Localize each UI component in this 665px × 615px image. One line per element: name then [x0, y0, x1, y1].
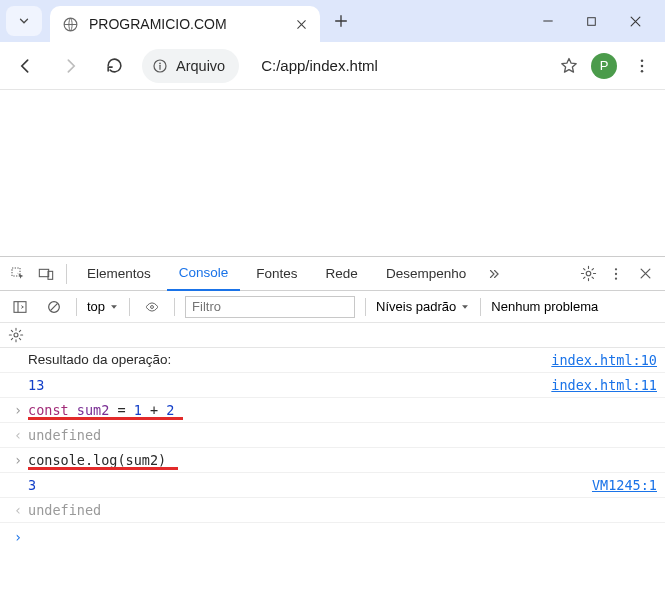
info-icon: [152, 58, 168, 74]
clear-icon: [46, 299, 62, 315]
reload-icon: [105, 56, 124, 75]
console-filter-input[interactable]: [185, 296, 355, 318]
console-return-row: ‹ undefined: [0, 498, 665, 523]
maximize-button[interactable]: [585, 15, 598, 28]
url-source-chip[interactable]: Arquivo: [142, 49, 239, 83]
minimize-icon: [541, 14, 555, 28]
console-input-code: console.log(sum2): [28, 452, 657, 468]
kebab-icon: [633, 57, 651, 75]
tab-strip: PROGRAMICIO.COM: [0, 0, 665, 42]
reload-button[interactable]: [98, 56, 130, 75]
address-bar: Arquivo C:/app/index.html P: [0, 42, 665, 90]
annotation-underline: [28, 467, 178, 470]
console-prompt[interactable]: ›: [0, 523, 665, 551]
close-icon: [295, 18, 308, 31]
more-tabs-button[interactable]: [482, 267, 506, 281]
svg-point-12: [615, 272, 617, 274]
annotation-underline: [28, 417, 183, 420]
devtools-close-button[interactable]: [632, 266, 659, 281]
log-message: Resultado da operação:: [28, 352, 531, 367]
log-number: 13: [28, 377, 44, 393]
tab-network[interactable]: Rede: [314, 257, 370, 291]
source-link[interactable]: VM1245:1: [592, 477, 657, 493]
prompt-chevron-icon: ›: [8, 529, 28, 545]
svg-point-17: [14, 333, 18, 337]
token-keyword: const: [28, 402, 69, 418]
caret-down-icon: [460, 302, 470, 312]
device-toolbar-button[interactable]: [34, 266, 58, 282]
url-text[interactable]: C:/app/index.html: [251, 57, 547, 74]
gear-icon: [8, 327, 24, 343]
log-levels-label: Níveis padrão: [376, 299, 456, 314]
devtools-menu-button[interactable]: [604, 266, 628, 282]
browser-menu-button[interactable]: [629, 57, 655, 75]
return-chevron-icon: ‹: [8, 502, 28, 518]
profile-avatar[interactable]: P: [591, 53, 617, 79]
console-input-row: › console.log(sum2): [0, 448, 665, 473]
tab-console[interactable]: Console: [167, 257, 241, 291]
clear-console-button[interactable]: [42, 299, 66, 315]
svg-point-6: [641, 69, 644, 72]
close-window-button[interactable]: [628, 14, 643, 29]
token-identifier: sum2: [77, 402, 110, 418]
avatar-initial: P: [600, 58, 609, 73]
bookmark-button[interactable]: [559, 56, 579, 76]
return-chevron-icon: ‹: [8, 427, 28, 443]
back-button[interactable]: [10, 56, 42, 76]
tab-performance[interactable]: Desempenho: [374, 257, 478, 291]
svg-point-13: [615, 277, 617, 279]
console-context-label: top: [87, 299, 105, 314]
svg-point-5: [641, 64, 644, 67]
source-link[interactable]: index.html:11: [551, 377, 657, 393]
svg-rect-8: [39, 269, 48, 276]
console-toolbar: top Níveis padrão Nenhum problema: [0, 291, 665, 323]
console-settings-button[interactable]: [0, 323, 665, 348]
svg-rect-7: [12, 268, 20, 276]
console-sidebar-toggle[interactable]: [8, 299, 32, 315]
svg-rect-1: [588, 17, 596, 25]
log-levels-selector[interactable]: Níveis padrão: [376, 299, 470, 314]
input-chevron-icon: ›: [8, 402, 28, 418]
window-controls: [531, 0, 665, 42]
tab-sources[interactable]: Fontes: [244, 257, 309, 291]
console-log-row: Resultado da operação: index.html:10: [0, 348, 665, 373]
svg-point-11: [615, 268, 617, 270]
console-context-selector[interactable]: top: [87, 299, 119, 314]
source-link[interactable]: index.html:10: [551, 352, 657, 368]
tabs-dropdown-button[interactable]: [6, 6, 42, 36]
minimize-button[interactable]: [541, 14, 555, 28]
tab-elements[interactable]: Elementos: [75, 257, 163, 291]
url-source-label: Arquivo: [176, 58, 225, 74]
forward-icon: [60, 56, 80, 76]
tab-title: PROGRAMICIO.COM: [89, 16, 285, 32]
caret-down-icon: [109, 302, 119, 312]
return-value: undefined: [28, 427, 657, 443]
svg-point-4: [641, 59, 644, 62]
console-log-row: 3 VM1245:1: [0, 473, 665, 498]
console-input-row: › const sum2 = 1 + 2: [0, 398, 665, 423]
input-chevron-icon: ›: [8, 452, 28, 468]
back-icon: [16, 56, 36, 76]
forward-button[interactable]: [54, 56, 86, 76]
live-expression-button[interactable]: [140, 300, 164, 314]
chevron-down-icon: [17, 14, 31, 28]
console-input[interactable]: [28, 529, 657, 545]
maximize-icon: [585, 15, 598, 28]
tab-close-button[interactable]: [295, 18, 308, 31]
globe-icon: [62, 16, 79, 33]
devtools-settings-button[interactable]: [576, 265, 600, 282]
console-return-row: ‹ undefined: [0, 423, 665, 448]
chevrons-right-icon: [485, 267, 503, 281]
console-input-code: const sum2 = 1 + 2: [28, 402, 657, 418]
devtools-panel: Elementos Console Fontes Rede Desempenho…: [0, 256, 665, 615]
issues-status[interactable]: Nenhum problema: [491, 299, 598, 314]
console-output: Resultado da operação: index.html:10 13 …: [0, 348, 665, 615]
new-tab-button[interactable]: [326, 6, 356, 36]
inspect-element-button[interactable]: [6, 266, 30, 282]
devtools-tabbar: Elementos Console Fontes Rede Desempenho: [0, 257, 665, 291]
close-icon: [628, 14, 643, 29]
gear-icon: [580, 265, 597, 282]
return-value: undefined: [28, 502, 657, 518]
kebab-icon: [608, 266, 624, 282]
browser-tab[interactable]: PROGRAMICIO.COM: [50, 6, 320, 42]
